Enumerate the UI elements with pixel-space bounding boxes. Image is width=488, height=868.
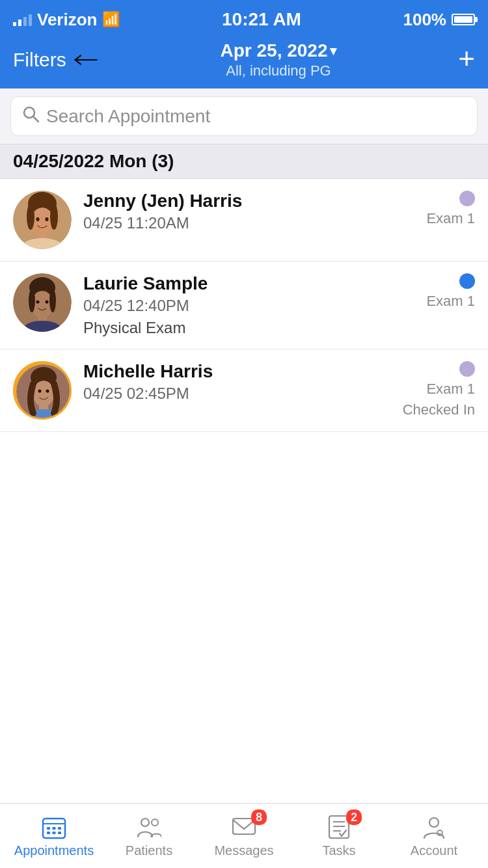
svg-point-37 (152, 819, 158, 826)
account-icon-wrap (418, 813, 450, 841)
messages-icon-wrap: 8 (228, 813, 260, 841)
appointment-right: Exam 1 Checked In (397, 361, 475, 418)
appointment-time: 04/25 02:45PM (83, 385, 385, 403)
svg-line-2 (33, 116, 38, 122)
appointment-time: 04/25 12:40PM (83, 297, 385, 315)
appointment-note: Physical Exam (83, 319, 385, 337)
battery-icon (452, 14, 475, 25)
appointment-right: Exam 1 (397, 191, 475, 227)
appointment-right: Exam 1 (397, 273, 475, 310)
tab-messages[interactable]: 8 Messages (197, 813, 291, 858)
svg-point-36 (141, 819, 149, 826)
tasks-badge: 2 (346, 809, 362, 825)
appointment-room: Exam 1 (426, 381, 475, 398)
svg-rect-31 (53, 827, 56, 830)
appointment-status: Checked In (403, 401, 475, 418)
svg-point-15 (36, 301, 40, 304)
tasks-icon-wrap: 2 (323, 813, 355, 841)
tab-appointments[interactable]: Appointments (7, 813, 102, 858)
search-icon (21, 105, 40, 128)
filters-button[interactable]: Filters (13, 49, 66, 71)
search-wrapper[interactable]: Search Appointment (10, 96, 478, 136)
tab-bar: Appointments Patients 8 Messages (0, 803, 488, 868)
svg-rect-32 (58, 827, 61, 830)
svg-point-25 (46, 390, 49, 393)
appointment-item[interactable]: Jenny (Jen) Harris 04/25 11:20AM Exam 1 (0, 179, 488, 262)
avatar (13, 273, 72, 332)
tab-account-label: Account (411, 843, 457, 858)
svg-point-10 (27, 204, 34, 230)
search-bar: Search Appointment (0, 88, 488, 144)
svg-point-20 (49, 289, 56, 312)
header-date[interactable]: Apr 25, 2022 ▾ (220, 40, 336, 61)
svg-point-7 (46, 217, 49, 221)
header-subtitle: All, including PG (220, 62, 336, 79)
svg-point-19 (29, 289, 35, 312)
status-dot (459, 273, 475, 289)
tab-patients[interactable]: Patients (102, 813, 197, 858)
wifi-icon: 📶 (102, 11, 120, 28)
header-left: Filters (13, 49, 99, 71)
svg-rect-34 (53, 832, 56, 834)
status-right: 100% (403, 10, 475, 30)
carrier-label: Verizon (37, 10, 97, 30)
add-appointment-button[interactable]: + (458, 44, 475, 75)
search-input[interactable]: Search Appointment (46, 106, 210, 127)
patient-name: Laurie Sample (83, 273, 385, 294)
tab-messages-label: Messages (214, 843, 273, 858)
svg-rect-33 (47, 832, 50, 834)
tab-patients-label: Patients (126, 843, 172, 858)
appointments-icon-wrap (38, 813, 70, 841)
status-dot (459, 191, 475, 206)
battery-percent: 100% (403, 10, 446, 30)
avatar (13, 361, 72, 420)
appointment-room: Exam 1 (426, 210, 475, 227)
appointment-info: Laurie Sample 04/25 12:40PM Physical Exa… (83, 273, 385, 337)
appointment-item[interactable]: Michelle Harris 04/25 02:45PM Exam 1 Che… (0, 349, 488, 432)
header: Filters Apr 25, 2022 ▾ All, including PG… (0, 35, 488, 88)
patients-icon-wrap (133, 813, 165, 841)
date-group-header: 04/25/2022 Mon (3) (0, 144, 488, 179)
status-left: Verizon 📶 (13, 10, 120, 30)
appointment-room: Exam 1 (426, 293, 475, 310)
arrow-left-icon (73, 50, 99, 70)
header-center: Apr 25, 2022 ▾ All, including PG (220, 40, 336, 79)
tab-account[interactable]: Account (386, 813, 481, 858)
svg-rect-30 (47, 827, 50, 830)
signal-bars (13, 13, 32, 26)
svg-point-6 (36, 217, 40, 221)
svg-rect-35 (58, 832, 61, 834)
appointment-list: Jenny (Jen) Harris 04/25 11:20AM Exam 1 (0, 179, 488, 432)
avatar (13, 191, 72, 249)
tab-tasks-label: Tasks (322, 843, 355, 858)
patient-name: Michelle Harris (83, 361, 385, 382)
tab-appointments-label: Appointments (14, 843, 94, 858)
appointment-time: 04/25 11:20AM (83, 214, 385, 232)
appointment-info: Michelle Harris 04/25 02:45PM (83, 361, 385, 405)
messages-badge: 8 (251, 809, 267, 825)
status-time: 10:21 AM (222, 9, 301, 30)
patient-name: Jenny (Jen) Harris (83, 191, 385, 211)
svg-point-43 (429, 818, 439, 827)
status-dot (459, 361, 475, 377)
chevron-down-icon: ▾ (330, 43, 336, 59)
appointment-item[interactable]: Laurie Sample 04/25 12:40PM Physical Exa… (0, 262, 488, 349)
tab-tasks[interactable]: 2 Tasks (291, 813, 386, 858)
svg-point-11 (50, 204, 58, 230)
svg-point-24 (38, 390, 42, 393)
svg-point-16 (46, 301, 49, 304)
appointment-info: Jenny (Jen) Harris 04/25 11:20AM (83, 191, 385, 235)
status-bar: Verizon 📶 10:21 AM 100% (0, 0, 488, 35)
